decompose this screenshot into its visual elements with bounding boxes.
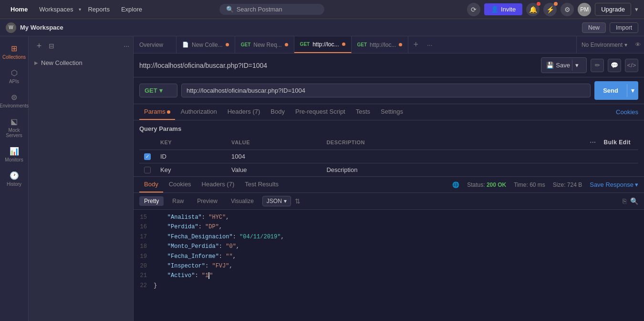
request-bar: GET ▾ Send ▾ xyxy=(134,77,644,104)
res-tab-headers[interactable]: Headers (7) xyxy=(197,177,239,193)
notification-icon[interactable]: 🔔 xyxy=(526,3,540,16)
sidebar-item-mock-servers[interactable]: ⬕ Mock Servers xyxy=(2,113,27,142)
response-section: Body Cookies Headers (7) Test Results 🌐 … xyxy=(134,176,644,321)
code-icon[interactable]: </> xyxy=(625,59,638,72)
sidebar-item-environments[interactable]: ⊜ Environments xyxy=(2,89,27,112)
tab-new-req[interactable]: GET New Req... xyxy=(235,36,294,53)
tab-dirty-dot2 xyxy=(285,43,288,46)
nav-actions: ⟳ 👤 Invite 🔔 ⚡ ⚙ PM Upgrade ▾ xyxy=(467,3,638,16)
search-bar[interactable]: 🔍 Search Postman xyxy=(219,4,324,15)
env-label: No Environment xyxy=(582,42,623,48)
chevron-down-icon-nav[interactable]: ▾ xyxy=(635,6,638,13)
filter-icon[interactable]: ⊟ xyxy=(49,42,54,50)
row-checkbox[interactable]: ✓ xyxy=(144,153,151,160)
tab-active-request[interactable]: GET http://loc... xyxy=(294,36,352,53)
language-selector[interactable]: JSON ▾ xyxy=(262,196,291,206)
avatar[interactable]: PM xyxy=(578,3,591,16)
tabs-bar: Overview 📄 New Colle... GET New Req... G… xyxy=(134,36,644,54)
time-info: Time: 60 ms xyxy=(514,182,545,188)
key-cell[interactable]: ID xyxy=(156,150,227,163)
tab-body[interactable]: Body xyxy=(266,104,290,120)
tab-tests[interactable]: Tests xyxy=(351,104,375,120)
collections-icon: ⊞ xyxy=(11,44,17,53)
tab-headers[interactable]: Headers (7) xyxy=(223,104,265,120)
sidebar-item-apis[interactable]: ⬡ APIs xyxy=(2,64,27,88)
apis-icon: ⬡ xyxy=(11,68,18,77)
sidebar-item-monitors[interactable]: 📊 Monitors xyxy=(2,143,27,166)
response-tabs-bar: Body Cookies Headers (7) Test Results 🌐 … xyxy=(134,177,644,193)
monitors-icon: 📊 xyxy=(10,147,19,156)
more-options-icon[interactable]: ··· xyxy=(124,42,129,50)
save-response-button[interactable]: Save Response ▾ xyxy=(590,181,638,188)
format-visualize[interactable]: Visualize xyxy=(226,196,259,206)
desc-placeholder-cell[interactable]: Description xyxy=(322,163,638,177)
sidebar-icons: ⊞ Collections ⬡ APIs ⊜ Environments ⬕ Mo… xyxy=(0,36,29,321)
sort-icon[interactable]: ⇅ xyxy=(295,197,301,205)
status-badge: Status: 200 OK xyxy=(467,182,506,188)
search-response-icon[interactable]: 🔍 xyxy=(630,197,638,205)
empty-checkbox[interactable] xyxy=(144,167,151,173)
table-row: ✓ ID 1004 xyxy=(139,150,638,163)
new-button[interactable]: New xyxy=(582,22,606,33)
settings-icon[interactable]: ⚙ xyxy=(561,3,574,16)
environment-selector[interactable]: No Environment ▾ xyxy=(576,36,632,53)
sidebar-item-history[interactable]: 🕐 History xyxy=(2,167,27,191)
nav-reports[interactable]: Reports xyxy=(83,3,114,16)
tab-new-req-label: New Req... xyxy=(253,42,281,48)
send-button-group: Send ▾ xyxy=(594,81,638,100)
description-cell[interactable] xyxy=(322,150,638,163)
col-key-header: KEY xyxy=(156,135,227,150)
send-button[interactable]: Send xyxy=(594,84,627,97)
format-raw[interactable]: Raw xyxy=(167,196,188,206)
eye-icon[interactable]: 👁 xyxy=(632,41,644,48)
chevron-right-icon: ▶ xyxy=(34,60,38,65)
save-arrow-icon[interactable]: ▾ xyxy=(572,60,582,71)
search-placeholder: Search Postman xyxy=(237,6,282,13)
code-line: 19 "Fecha_Informe": "", xyxy=(134,252,644,261)
tab-params[interactable]: Params xyxy=(139,104,175,120)
tab-overview[interactable]: Overview xyxy=(134,36,177,53)
method-selector[interactable]: GET ▾ xyxy=(139,84,177,97)
format-action-icons: ⎘ 🔍 xyxy=(623,197,638,205)
res-tab-test-results[interactable]: Test Results xyxy=(240,177,283,193)
nav-workspaces[interactable]: Workspaces ▾ xyxy=(34,3,81,16)
cookies-link[interactable]: Cookies xyxy=(616,108,638,116)
format-preview[interactable]: Preview xyxy=(192,196,222,206)
copy-icon[interactable]: ⎘ xyxy=(623,197,626,205)
nav-home[interactable]: Home xyxy=(6,3,32,16)
edit-icon[interactable]: ✏ xyxy=(591,59,604,72)
key-placeholder-cell[interactable]: Key xyxy=(156,163,227,177)
more-tabs-icon[interactable]: ··· xyxy=(423,41,436,49)
send-arrow-icon[interactable]: ▾ xyxy=(627,84,638,97)
value-placeholder-cell[interactable]: Value xyxy=(227,163,322,177)
tab-settings[interactable]: Settings xyxy=(376,104,408,120)
tab-pre-request-script[interactable]: Pre-request Script xyxy=(291,104,350,120)
format-pretty[interactable]: Pretty xyxy=(139,196,164,206)
collection-list-item[interactable]: ▶ New Collection xyxy=(29,55,133,70)
add-collection-icon[interactable]: + xyxy=(32,39,46,53)
tab-new-collection[interactable]: 📄 New Colle... xyxy=(177,36,235,53)
nav-workspaces-label[interactable]: Workspaces xyxy=(34,3,78,16)
url-input[interactable] xyxy=(181,84,591,97)
nav-explore[interactable]: Explore xyxy=(116,3,147,16)
res-tab-body[interactable]: Body xyxy=(139,177,163,193)
tab-active-label: http://loc... xyxy=(312,41,339,48)
save-label[interactable]: Save xyxy=(556,62,570,69)
add-tab-icon[interactable]: + xyxy=(408,40,423,50)
sync-icon[interactable]: ⟳ xyxy=(467,3,480,16)
updates-icon[interactable]: ⚡ xyxy=(543,3,557,16)
params-more-icon[interactable]: ··· xyxy=(588,139,598,146)
tab-second-request[interactable]: GET http://loc... xyxy=(352,36,409,53)
sidebar-item-collections[interactable]: ⊞ Collections xyxy=(2,40,27,64)
method-label: GET xyxy=(145,87,157,94)
tab-method-get3: GET xyxy=(357,42,367,47)
invite-button[interactable]: 👤 Invite xyxy=(484,3,522,15)
res-tab-cookies[interactable]: Cookies xyxy=(164,177,196,193)
tab-authorization[interactable]: Authorization xyxy=(176,104,222,120)
value-cell[interactable]: 1004 xyxy=(227,150,322,163)
import-button[interactable]: Import xyxy=(610,22,638,33)
comment-icon[interactable]: 💬 xyxy=(608,59,621,72)
url-bar: http://localhost/oficina/buscar.php?ID=1… xyxy=(134,54,644,77)
bulk-edit-button[interactable]: Bulk Edit xyxy=(601,138,634,147)
upgrade-button[interactable]: Upgrade xyxy=(595,3,631,16)
